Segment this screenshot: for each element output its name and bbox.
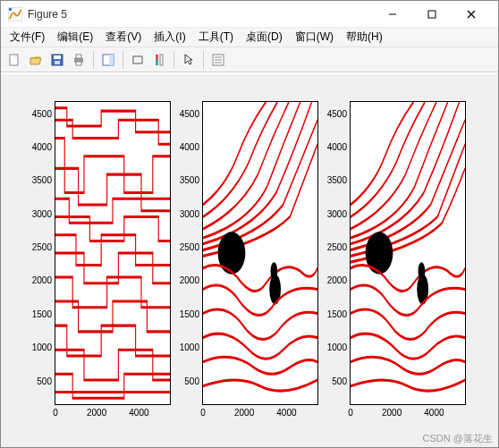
- colorbar-button[interactable]: [149, 50, 169, 70]
- folder-open-icon: [29, 53, 43, 67]
- subplot-2[interactable]: 4500 4000 3500 3000 2500 2000 1500 1000 …: [202, 101, 318, 405]
- minimize-button[interactable]: [373, 2, 412, 27]
- menu-window[interactable]: 窗口(W): [290, 28, 339, 46]
- save-icon: [50, 53, 64, 67]
- ytick-label: 4500: [32, 108, 52, 118]
- subplot-1[interactable]: 4500 4000 3500 3000 2500 2000 1500 1000 …: [55, 101, 171, 405]
- xtick-label: 2000: [87, 408, 106, 418]
- ytick-label: 1500: [32, 309, 52, 318]
- ytick-label: 500: [37, 376, 52, 385]
- svg-point-25: [218, 232, 246, 274]
- ytick-label: 4500: [180, 108, 199, 118]
- ytick-label: 1000: [32, 342, 52, 352]
- contour-lines: [351, 102, 465, 404]
- ytick-label: 3500: [32, 175, 52, 185]
- ytick-label: 2000: [32, 275, 52, 285]
- svg-rect-19: [160, 55, 163, 65]
- svg-rect-12: [76, 55, 81, 58]
- ytick-label: 2500: [327, 242, 347, 252]
- contour-lines: [203, 102, 317, 404]
- menu-desktop[interactable]: 桌面(D): [241, 28, 288, 46]
- xtick-label: 4000: [129, 408, 148, 418]
- ytick-label: 500: [184, 376, 199, 385]
- menu-insert[interactable]: 插入(I): [148, 28, 190, 46]
- maximize-icon: [427, 10, 436, 19]
- menu-view[interactable]: 查看(V): [100, 28, 147, 46]
- ytick-label: 3500: [180, 175, 199, 185]
- svg-point-29: [366, 232, 393, 274]
- toolbar-separator: [123, 51, 123, 69]
- ytick-label: 1500: [327, 309, 347, 318]
- ytick-label: 3000: [180, 208, 199, 218]
- property-inspector-button[interactable]: [208, 50, 228, 70]
- data-cursor-button[interactable]: [128, 50, 148, 70]
- svg-rect-16: [133, 56, 142, 63]
- xtick-label: 0: [200, 408, 206, 418]
- ytick-label: 2000: [180, 275, 199, 285]
- xtick-label: 0: [348, 408, 353, 418]
- svg-rect-1: [9, 8, 12, 11]
- new-file-icon: [7, 53, 21, 67]
- xtick-label: 0: [53, 408, 58, 418]
- xtick-label: 2000: [234, 408, 254, 418]
- ytick-label: 3000: [327, 208, 347, 218]
- ytick-label: 2500: [32, 242, 52, 252]
- arrow-pointer-icon: [182, 53, 196, 67]
- figure-canvas[interactable]: 4500 4000 3500 3000 2500 2000 1500 1000 …: [1, 74, 498, 447]
- xtick-label: 4000: [424, 408, 444, 418]
- svg-rect-9: [54, 55, 61, 59]
- ytick-label: 4000: [327, 142, 347, 152]
- svg-rect-18: [156, 55, 158, 60]
- open-button[interactable]: [26, 50, 46, 70]
- svg-rect-15: [109, 55, 114, 65]
- menu-file[interactable]: 文件(F): [4, 28, 50, 46]
- menu-tools[interactable]: 工具(T): [193, 28, 239, 46]
- watermark: CSDN @落花生: [423, 432, 493, 445]
- close-button[interactable]: [452, 2, 491, 27]
- menu-edit[interactable]: 编辑(E): [52, 28, 98, 46]
- ytick-label: 4000: [180, 142, 199, 152]
- xtick-label: 2000: [382, 408, 402, 418]
- toolbar-separator: [173, 51, 174, 69]
- save-button[interactable]: [47, 50, 67, 70]
- ytick-label: 3000: [32, 208, 52, 218]
- subplot-3[interactable]: 4500 4000 3500 3000 2500 2000 1500 1000 …: [350, 101, 466, 405]
- edit-plot-button[interactable]: [98, 50, 118, 70]
- pointer-button[interactable]: [179, 50, 199, 70]
- ytick-label: 1000: [327, 342, 347, 352]
- ytick-label: 1000: [180, 342, 199, 352]
- new-figure-button[interactable]: [4, 50, 24, 70]
- ytick-label: 1500: [180, 309, 199, 318]
- app-icon: [8, 7, 22, 21]
- titlebar: Figure 5: [1, 1, 498, 28]
- menubar: 文件(F) 编辑(E) 查看(V) 插入(I) 工具(T) 桌面(D) 窗口(W…: [1, 28, 498, 47]
- edit-plot-icon: [101, 53, 115, 67]
- window-title: Figure 5: [28, 8, 373, 21]
- svg-point-31: [419, 262, 426, 280]
- rectangle-icon: [131, 53, 145, 67]
- print-icon: [72, 53, 86, 67]
- contour-lines: [55, 102, 170, 404]
- ytick-label: 500: [332, 376, 347, 385]
- print-button[interactable]: [69, 50, 89, 70]
- maximize-button[interactable]: [412, 2, 452, 27]
- list-icon: [211, 53, 225, 67]
- close-icon: [467, 10, 476, 19]
- ytick-label: 3500: [327, 175, 347, 185]
- toolbar-separator: [93, 51, 94, 69]
- minimize-icon: [388, 10, 397, 19]
- ytick-label: 2500: [180, 242, 199, 252]
- svg-rect-13: [76, 62, 81, 65]
- svg-point-27: [271, 262, 278, 280]
- xtick-label: 4000: [276, 408, 296, 418]
- ytick-label: 2000: [327, 275, 347, 285]
- toolbar: [1, 47, 498, 72]
- menu-help[interactable]: 帮助(H): [341, 28, 388, 46]
- svg-rect-3: [428, 11, 436, 18]
- svg-rect-10: [55, 61, 60, 64]
- ytick-label: 4000: [32, 142, 52, 152]
- ytick-label: 4500: [327, 108, 347, 118]
- toolbar-separator: [203, 51, 204, 69]
- colorbar-icon: [152, 53, 166, 67]
